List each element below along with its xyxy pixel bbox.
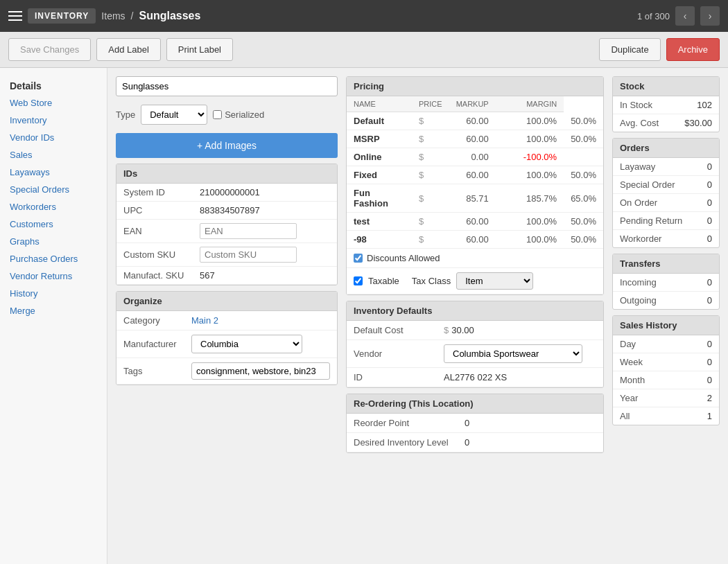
sidebar-item-vendor-returns[interactable]: Vendor Returns bbox=[0, 267, 107, 285]
inventory-defaults-table: Default Cost $30.00 Vendor Columbia Spor… bbox=[347, 321, 603, 387]
pricing-header: Pricing bbox=[347, 77, 603, 96]
discounts-label: Discounts Allowed bbox=[367, 253, 440, 263]
type-select[interactable]: Default Matrix Serialized bbox=[141, 105, 207, 125]
pricing-row-fixed: Fixed $ 60.00 100.0% 50.0% bbox=[347, 166, 603, 184]
tax-class-select[interactable]: Item Service Non-Taxable bbox=[456, 272, 533, 290]
taxable-checkbox[interactable] bbox=[354, 276, 363, 285]
workorder-row: Workorder 0 bbox=[613, 230, 719, 247]
system-id-label: System ID bbox=[116, 184, 193, 202]
duplicate-button[interactable]: Duplicate bbox=[599, 38, 660, 61]
reordering-header: Re-Ordering (This Location) bbox=[347, 394, 603, 414]
taxable-row: Taxable Tax Class Item Service Non-Taxab… bbox=[347, 268, 603, 294]
sidebar-item-graphs[interactable]: Graphs bbox=[0, 233, 107, 250]
reorder-point-value: 0 bbox=[458, 414, 603, 433]
sidebar-item-inventory[interactable]: Inventory bbox=[0, 112, 107, 129]
on-order-row: On Order 0 bbox=[613, 194, 719, 212]
serialized-label: Serialized bbox=[213, 109, 264, 120]
vendor-label: Vendor bbox=[347, 340, 437, 368]
prev-button[interactable]: ‹ bbox=[675, 6, 695, 26]
incoming-row: Incoming 0 bbox=[613, 274, 719, 292]
top-bar: INVENTORY Items / Sunglasses 1 of 300 ‹ … bbox=[0, 0, 728, 32]
reordering-section: Re-Ordering (This Location) Reorder Poin… bbox=[346, 394, 604, 453]
in-stock-row: In Stock 102 bbox=[613, 96, 719, 114]
add-label-button[interactable]: Add Label bbox=[96, 38, 161, 61]
pricing-row-neg98: -98 $ 60.00 100.0% 50.0% bbox=[347, 231, 603, 249]
special-order-row: Special Order 0 bbox=[613, 176, 719, 194]
pricing-row-online: Online $ 0.00 -100.0% bbox=[347, 148, 603, 166]
next-button[interactable]: › bbox=[700, 6, 720, 26]
sidebar-item-merge[interactable]: Merge bbox=[0, 302, 107, 319]
upc-row: UPC 883834507897 bbox=[116, 202, 337, 220]
item-name-input[interactable] bbox=[116, 76, 338, 96]
ean-input[interactable] bbox=[200, 223, 297, 239]
custom-sku-label: Custom SKU bbox=[116, 243, 193, 267]
sales-history-section: Sales History Day 0 Week 0 Month 0 bbox=[612, 315, 720, 425]
right-panel: Stock In Stock 102 Avg. Cost $30.00 Orde… bbox=[612, 76, 720, 556]
sidebar-item-vendor-ids[interactable]: Vendor IDs bbox=[0, 129, 107, 146]
serialized-checkbox[interactable] bbox=[213, 110, 222, 119]
tags-row: Tags bbox=[116, 358, 337, 385]
col-name: NAME bbox=[347, 96, 412, 112]
system-id-value: 210000000001 bbox=[193, 184, 337, 202]
tags-input[interactable] bbox=[191, 362, 330, 380]
avg-cost-value: $30.00 bbox=[684, 118, 712, 128]
inventory-badge[interactable]: INVENTORY bbox=[28, 8, 96, 24]
sales-day-row: Day 0 bbox=[613, 335, 719, 353]
in-stock-value: 102 bbox=[697, 100, 712, 110]
col-price: PRICE bbox=[412, 96, 449, 112]
sidebar-item-customers[interactable]: Customers bbox=[0, 215, 107, 233]
manufacturer-select[interactable]: Columbia Columbia Sportswear Other bbox=[191, 335, 302, 353]
category-link[interactable]: Main 2 bbox=[191, 315, 218, 326]
sales-week-row: Week 0 bbox=[613, 353, 719, 371]
add-images-button[interactable]: + Add Images bbox=[116, 133, 338, 158]
page-title: Sunglasses bbox=[139, 10, 200, 22]
sidebar-item-history[interactable]: History bbox=[0, 285, 107, 302]
ids-table: System ID 210000000001 UPC 883834507897 … bbox=[116, 184, 337, 285]
manuf-sku-value: 567 bbox=[193, 267, 337, 285]
default-cost-value: 30.00 bbox=[451, 325, 474, 335]
content-area: Type Default Matrix Serialized Serialize… bbox=[107, 68, 728, 564]
middle-panel: Pricing NAME PRICE MARKUP MARGIN Default bbox=[346, 76, 604, 556]
discounts-checkbox[interactable] bbox=[354, 254, 363, 263]
manuf-sku-label: Manufact. SKU bbox=[116, 267, 193, 285]
print-label-button[interactable]: Print Label bbox=[166, 38, 233, 61]
avg-cost-label: Avg. Cost bbox=[620, 118, 659, 128]
inventory-defaults-header: Inventory Defaults bbox=[347, 301, 603, 321]
sales-history-header: Sales History bbox=[613, 316, 719, 335]
sidebar-item-workorders[interactable]: Workorders bbox=[0, 198, 107, 215]
sidebar: Details Web Store Inventory Vendor IDs S… bbox=[0, 68, 107, 564]
sidebar-item-special-orders[interactable]: Special Orders bbox=[0, 181, 107, 198]
orders-header: Orders bbox=[613, 139, 719, 158]
archive-button[interactable]: Archive bbox=[666, 38, 720, 61]
ids-section: IDs System ID 210000000001 UPC 883834507… bbox=[116, 164, 338, 285]
col-margin: MARGIN bbox=[496, 96, 564, 112]
vendor-select[interactable]: Columbia Sportswear Other Vendor bbox=[444, 344, 582, 363]
sidebar-item-sales[interactable]: Sales bbox=[0, 146, 107, 164]
avg-cost-row: Avg. Cost $30.00 bbox=[613, 114, 719, 132]
price-dollar-default: $ bbox=[412, 112, 449, 130]
vendor-id-label: ID bbox=[347, 368, 437, 387]
pricing-row-msrp: MSRP $ 60.00 100.0% 50.0% bbox=[347, 130, 603, 148]
menu-icon[interactable] bbox=[8, 11, 22, 21]
custom-sku-input[interactable] bbox=[200, 247, 297, 263]
organize-section: Organize Category Main 2 Manufacturer Co… bbox=[116, 291, 338, 385]
sidebar-item-layaways[interactable]: Layaways bbox=[0, 164, 107, 181]
type-label: Type bbox=[116, 109, 135, 120]
upc-value: 883834507897 bbox=[193, 202, 337, 220]
item-header bbox=[116, 76, 338, 96]
default-cost-label: Default Cost bbox=[347, 321, 437, 340]
sales-history-body: Day 0 Week 0 Month 0 Year 2 bbox=[613, 335, 719, 425]
layaway-row: Layaway 0 bbox=[613, 158, 719, 176]
ids-section-header: IDs bbox=[116, 164, 337, 184]
stock-section: Stock In Stock 102 Avg. Cost $30.00 bbox=[612, 76, 720, 132]
sidebar-item-web-store[interactable]: Web Store bbox=[0, 94, 107, 112]
category-row: Category Main 2 bbox=[116, 311, 337, 331]
manufacturer-label: Manufacturer bbox=[116, 331, 184, 358]
tags-label: Tags bbox=[116, 358, 184, 385]
items-breadcrumb-link[interactable]: Items bbox=[101, 10, 125, 21]
orders-body: Layaway 0 Special Order 0 On Order 0 Pen… bbox=[613, 158, 719, 247]
organize-section-header: Organize bbox=[116, 292, 337, 311]
sidebar-item-purchase-orders[interactable]: Purchase Orders bbox=[0, 250, 107, 267]
save-changes-button[interactable]: Save Changes bbox=[8, 38, 91, 61]
transfers-section: Transfers Incoming 0 Outgoing 0 bbox=[612, 254, 720, 310]
